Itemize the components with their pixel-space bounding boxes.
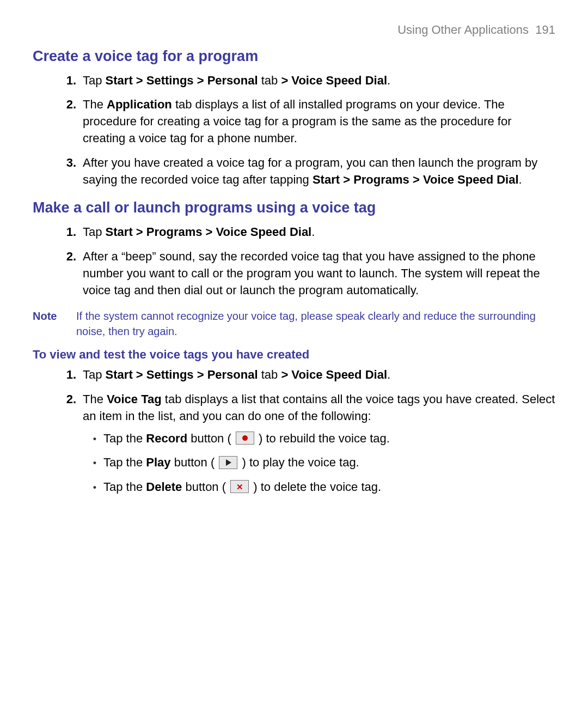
note-label: Note: [33, 308, 76, 339]
item-text: Tap Start > Programs > Voice Speed Dial.: [83, 224, 555, 241]
bullet-dot: •: [83, 457, 103, 470]
delete-icon: ✕: [230, 480, 249, 493]
note-block: Note If the system cannot recognize your…: [33, 308, 555, 339]
list-item: 1. Tap Start > Settings > Personal tab >…: [33, 72, 555, 89]
item-text: The Application tab displays a list of a…: [83, 96, 555, 147]
list-item: 3. After you have created a voice tag fo…: [33, 155, 555, 189]
item-number: 2.: [33, 248, 83, 299]
bullet-item-delete: • Tap the Delete button ( ✕ ) to delete …: [83, 479, 555, 496]
item-text: Tap Start > Settings > Personal tab > Vo…: [83, 72, 555, 89]
list-item: 2. After a “beep” sound, say the recorde…: [33, 248, 555, 299]
heading-create-voice-tag: Create a voice tag for a program: [33, 46, 555, 67]
heading-make-call-launch: Make a call or launch programs using a v…: [33, 198, 555, 218]
list-make-call-launch: 1. Tap Start > Programs > Voice Speed Di…: [33, 224, 555, 299]
list-create-voice-tag: 1. Tap Start > Settings > Personal tab >…: [33, 72, 555, 189]
record-icon: [236, 432, 254, 445]
item-number: 3.: [33, 155, 83, 189]
item-number: 2.: [33, 391, 83, 503]
bullet-item-play: • Tap the Play button ( ) to play the vo…: [83, 454, 555, 471]
item-number: 1.: [33, 224, 83, 241]
item-number: 1.: [33, 72, 83, 89]
item-number: 1.: [33, 367, 83, 384]
item-text: After a “beep” sound, say the recorded v…: [83, 248, 555, 299]
heading-view-test-voice-tags: To view and test the voice tags you have…: [33, 347, 555, 363]
list-item: 2. The Application tab displays a list o…: [33, 96, 555, 147]
bullet-dot: •: [83, 433, 103, 446]
header-page-number: 191: [535, 23, 555, 37]
item-number: 2.: [33, 96, 83, 147]
bullet-list-actions: • Tap the Record button ( ) to rebuild t…: [83, 430, 555, 496]
list-item: 1. Tap Start > Programs > Voice Speed Di…: [33, 224, 555, 241]
page-header: Using Other Applications 191: [33, 22, 555, 39]
item-text: After you have created a voice tag for a…: [83, 155, 555, 189]
item-text: The Voice Tag tab displays a list that c…: [83, 391, 555, 503]
list-view-test: 1. Tap Start > Settings > Personal tab >…: [33, 367, 555, 503]
list-item: 2. The Voice Tag tab displays a list tha…: [33, 391, 555, 503]
note-text: If the system cannot recognize your voic…: [76, 308, 555, 339]
header-section: Using Other Applications: [397, 23, 529, 37]
list-item: 1. Tap Start > Settings > Personal tab >…: [33, 367, 555, 384]
play-icon: [219, 456, 237, 469]
item-text: Tap Start > Settings > Personal tab > Vo…: [83, 367, 555, 384]
bullet-dot: •: [83, 481, 103, 495]
bullet-item-record: • Tap the Record button ( ) to rebuild t…: [83, 430, 555, 447]
